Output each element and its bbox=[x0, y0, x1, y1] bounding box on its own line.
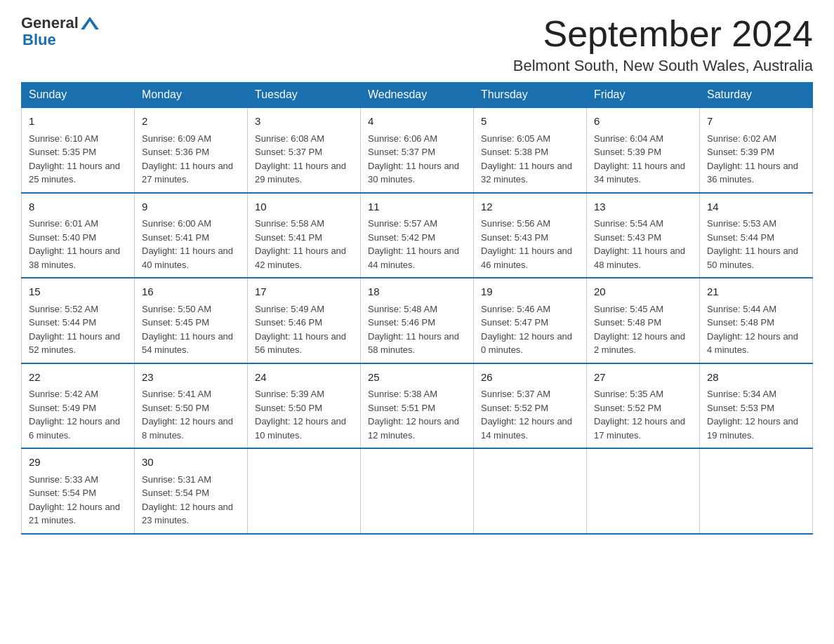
calendar-day-cell: 19Sunrise: 5:46 AMSunset: 5:47 PMDayligh… bbox=[474, 278, 587, 363]
day-info: Sunrise: 5:33 AMSunset: 5:54 PMDaylight:… bbox=[29, 473, 127, 528]
calendar-day-cell: 6Sunrise: 6:04 AMSunset: 5:39 PMDaylight… bbox=[587, 107, 700, 193]
day-number: 9 bbox=[142, 199, 240, 215]
day-info: Sunrise: 5:35 AMSunset: 5:52 PMDaylight:… bbox=[594, 387, 692, 442]
calendar-table: SundayMondayTuesdayWednesdayThursdayFrid… bbox=[21, 82, 813, 535]
day-info: Sunrise: 6:10 AMSunset: 5:35 PMDaylight:… bbox=[29, 132, 127, 187]
calendar-header-row: SundayMondayTuesdayWednesdayThursdayFrid… bbox=[22, 83, 813, 108]
day-number: 25 bbox=[368, 370, 466, 386]
day-number: 21 bbox=[707, 284, 805, 300]
day-info: Sunrise: 5:34 AMSunset: 5:53 PMDaylight:… bbox=[707, 387, 805, 442]
day-number: 14 bbox=[707, 199, 805, 215]
day-info: Sunrise: 5:50 AMSunset: 5:45 PMDaylight:… bbox=[142, 302, 240, 357]
day-info: Sunrise: 6:08 AMSunset: 5:37 PMDaylight:… bbox=[255, 132, 353, 187]
calendar-day-cell: 21Sunrise: 5:44 AMSunset: 5:48 PMDayligh… bbox=[700, 278, 813, 363]
calendar-week-row: 15Sunrise: 5:52 AMSunset: 5:44 PMDayligh… bbox=[22, 278, 813, 363]
calendar-day-cell: 9Sunrise: 6:00 AMSunset: 5:41 PMDaylight… bbox=[135, 193, 248, 279]
calendar-day-cell: 4Sunrise: 6:06 AMSunset: 5:37 PMDaylight… bbox=[361, 107, 474, 193]
day-number: 22 bbox=[29, 370, 127, 386]
day-number: 6 bbox=[594, 114, 692, 130]
calendar-day-cell: 1Sunrise: 6:10 AMSunset: 5:35 PMDaylight… bbox=[22, 107, 135, 193]
day-number: 3 bbox=[255, 114, 353, 130]
weekday-header-tuesday: Tuesday bbox=[248, 83, 361, 108]
calendar-day-cell: 3Sunrise: 6:08 AMSunset: 5:37 PMDaylight… bbox=[248, 107, 361, 193]
calendar-week-row: 8Sunrise: 6:01 AMSunset: 5:40 PMDaylight… bbox=[22, 193, 813, 279]
calendar-day-cell: 15Sunrise: 5:52 AMSunset: 5:44 PMDayligh… bbox=[22, 278, 135, 363]
weekday-header-saturday: Saturday bbox=[700, 83, 813, 108]
day-info: Sunrise: 5:37 AMSunset: 5:52 PMDaylight:… bbox=[481, 387, 579, 442]
logo-blue-text: Blue bbox=[22, 31, 56, 48]
day-info: Sunrise: 5:41 AMSunset: 5:50 PMDaylight:… bbox=[142, 387, 240, 442]
calendar-day-cell: 28Sunrise: 5:34 AMSunset: 5:53 PMDayligh… bbox=[700, 363, 813, 449]
day-number: 1 bbox=[29, 114, 127, 130]
calendar-day-cell: 14Sunrise: 5:53 AMSunset: 5:44 PMDayligh… bbox=[700, 193, 813, 279]
calendar-week-row: 22Sunrise: 5:42 AMSunset: 5:49 PMDayligh… bbox=[22, 363, 813, 449]
calendar-day-cell: 25Sunrise: 5:38 AMSunset: 5:51 PMDayligh… bbox=[361, 363, 474, 449]
calendar-day-cell: 26Sunrise: 5:37 AMSunset: 5:52 PMDayligh… bbox=[474, 363, 587, 449]
calendar-day-cell: 20Sunrise: 5:45 AMSunset: 5:48 PMDayligh… bbox=[587, 278, 700, 363]
day-info: Sunrise: 5:52 AMSunset: 5:44 PMDaylight:… bbox=[29, 302, 127, 357]
day-number: 28 bbox=[707, 370, 805, 386]
day-number: 16 bbox=[142, 284, 240, 300]
day-number: 19 bbox=[481, 284, 579, 300]
weekday-header-sunday: Sunday bbox=[22, 83, 135, 108]
calendar-day-cell: 24Sunrise: 5:39 AMSunset: 5:50 PMDayligh… bbox=[248, 363, 361, 449]
calendar-day-cell: 29Sunrise: 5:33 AMSunset: 5:54 PMDayligh… bbox=[22, 448, 135, 534]
calendar-week-row: 29Sunrise: 5:33 AMSunset: 5:54 PMDayligh… bbox=[22, 448, 813, 534]
day-info: Sunrise: 5:31 AMSunset: 5:54 PMDaylight:… bbox=[142, 473, 240, 528]
weekday-header-wednesday: Wednesday bbox=[361, 83, 474, 108]
day-info: Sunrise: 5:49 AMSunset: 5:46 PMDaylight:… bbox=[255, 302, 353, 357]
day-info: Sunrise: 6:02 AMSunset: 5:39 PMDaylight:… bbox=[707, 132, 805, 187]
calendar-day-cell: 13Sunrise: 5:54 AMSunset: 5:43 PMDayligh… bbox=[587, 193, 700, 279]
day-number: 13 bbox=[594, 199, 692, 215]
calendar-day-cell: 12Sunrise: 5:56 AMSunset: 5:43 PMDayligh… bbox=[474, 193, 587, 279]
day-number: 11 bbox=[368, 199, 466, 215]
day-info: Sunrise: 5:57 AMSunset: 5:42 PMDaylight:… bbox=[368, 217, 466, 271]
calendar-day-cell: 17Sunrise: 5:49 AMSunset: 5:46 PMDayligh… bbox=[248, 278, 361, 363]
day-number: 12 bbox=[481, 199, 579, 215]
day-number: 15 bbox=[29, 284, 127, 300]
month-title: September 2024 bbox=[513, 14, 813, 54]
day-info: Sunrise: 5:56 AMSunset: 5:43 PMDaylight:… bbox=[481, 217, 579, 271]
calendar-day-cell: 2Sunrise: 6:09 AMSunset: 5:36 PMDaylight… bbox=[135, 107, 248, 193]
calendar-day-cell: 10Sunrise: 5:58 AMSunset: 5:41 PMDayligh… bbox=[248, 193, 361, 279]
day-number: 26 bbox=[481, 370, 579, 386]
day-info: Sunrise: 5:39 AMSunset: 5:50 PMDaylight:… bbox=[255, 387, 353, 442]
calendar-day-cell: 7Sunrise: 6:02 AMSunset: 5:39 PMDaylight… bbox=[700, 107, 813, 193]
day-info: Sunrise: 5:53 AMSunset: 5:44 PMDaylight:… bbox=[707, 217, 805, 271]
calendar-day-cell bbox=[474, 448, 587, 534]
day-number: 18 bbox=[368, 284, 466, 300]
location-title: Belmont South, New South Wales, Australi… bbox=[513, 57, 813, 75]
calendar-day-cell: 22Sunrise: 5:42 AMSunset: 5:49 PMDayligh… bbox=[22, 363, 135, 449]
day-number: 30 bbox=[142, 455, 240, 471]
day-info: Sunrise: 5:46 AMSunset: 5:47 PMDaylight:… bbox=[481, 302, 579, 357]
day-info: Sunrise: 5:48 AMSunset: 5:46 PMDaylight:… bbox=[368, 302, 466, 357]
day-info: Sunrise: 5:58 AMSunset: 5:41 PMDaylight:… bbox=[255, 217, 353, 271]
day-number: 10 bbox=[255, 199, 353, 215]
day-info: Sunrise: 6:05 AMSunset: 5:38 PMDaylight:… bbox=[481, 132, 579, 187]
day-number: 4 bbox=[368, 114, 466, 130]
day-number: 29 bbox=[29, 455, 127, 471]
day-info: Sunrise: 6:00 AMSunset: 5:41 PMDaylight:… bbox=[142, 217, 240, 271]
day-number: 5 bbox=[481, 114, 579, 130]
calendar-day-cell: 23Sunrise: 5:41 AMSunset: 5:50 PMDayligh… bbox=[135, 363, 248, 449]
logo-triangle-icon bbox=[80, 15, 100, 31]
day-number: 8 bbox=[29, 199, 127, 215]
day-info: Sunrise: 6:06 AMSunset: 5:37 PMDaylight:… bbox=[368, 132, 466, 187]
day-number: 24 bbox=[255, 370, 353, 386]
day-number: 27 bbox=[594, 370, 692, 386]
day-info: Sunrise: 5:44 AMSunset: 5:48 PMDaylight:… bbox=[707, 302, 805, 357]
calendar-day-cell: 8Sunrise: 6:01 AMSunset: 5:40 PMDaylight… bbox=[22, 193, 135, 279]
day-number: 17 bbox=[255, 284, 353, 300]
weekday-header-monday: Monday bbox=[135, 83, 248, 108]
calendar-day-cell: 16Sunrise: 5:50 AMSunset: 5:45 PMDayligh… bbox=[135, 278, 248, 363]
calendar-day-cell bbox=[361, 448, 474, 534]
day-number: 7 bbox=[707, 114, 805, 130]
calendar-day-cell: 30Sunrise: 5:31 AMSunset: 5:54 PMDayligh… bbox=[135, 448, 248, 534]
page-header: General Blue September 2024 Belmont Sout… bbox=[21, 14, 813, 75]
logo-general-text: General bbox=[21, 14, 79, 32]
day-info: Sunrise: 5:38 AMSunset: 5:51 PMDaylight:… bbox=[368, 387, 466, 442]
day-number: 2 bbox=[142, 114, 240, 130]
weekday-header-friday: Friday bbox=[587, 83, 700, 108]
day-info: Sunrise: 6:04 AMSunset: 5:39 PMDaylight:… bbox=[594, 132, 692, 187]
calendar-day-cell bbox=[248, 448, 361, 534]
